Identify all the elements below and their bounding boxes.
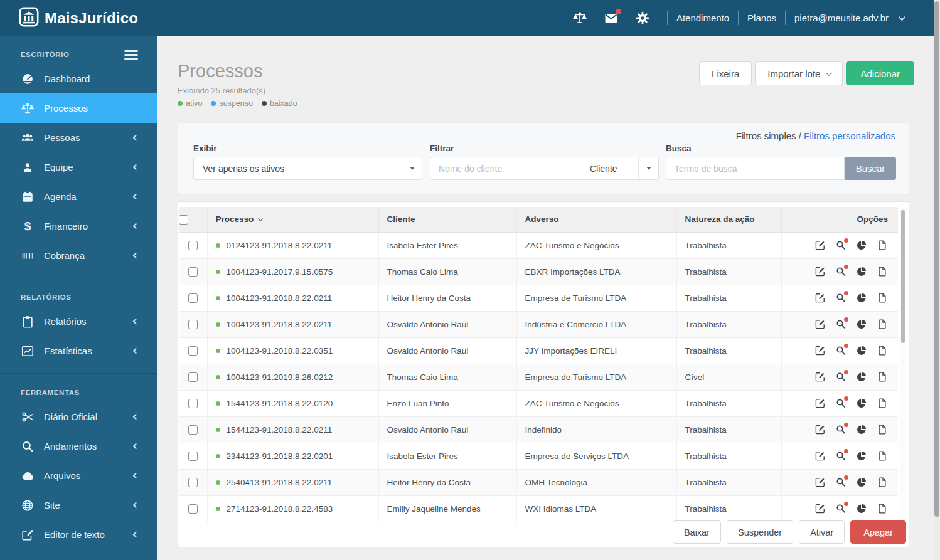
pie-chart-icon[interactable] bbox=[856, 477, 867, 488]
menu-planos[interactable]: Planos bbox=[747, 13, 776, 23]
file-icon[interactable] bbox=[877, 450, 888, 462]
search-term-input[interactable] bbox=[666, 157, 845, 180]
search-icon[interactable] bbox=[835, 266, 847, 277]
edit-icon[interactable] bbox=[814, 398, 826, 409]
file-icon[interactable] bbox=[877, 503, 888, 514]
pie-chart-icon[interactable] bbox=[856, 503, 867, 514]
edit-icon[interactable] bbox=[814, 345, 826, 356]
sidebar-item-cobranca[interactable]: Cobrança bbox=[0, 241, 157, 270]
table-scrollbar-thumb[interactable] bbox=[901, 210, 905, 343]
mail-icon[interactable] bbox=[604, 11, 619, 26]
suspender-button[interactable]: Suspender bbox=[727, 520, 793, 544]
filters-custom-link[interactable]: Filtros personalizados bbox=[804, 130, 895, 141]
search-icon[interactable] bbox=[835, 477, 847, 488]
gear-icon[interactable] bbox=[635, 11, 650, 26]
account-email[interactable]: pietra@meusite.adv.br bbox=[794, 13, 889, 23]
sidebar-item-pessoas[interactable]: Pessoas bbox=[0, 123, 157, 152]
edit-icon[interactable] bbox=[814, 450, 826, 462]
file-icon[interactable] bbox=[877, 477, 888, 488]
pie-chart-icon[interactable] bbox=[856, 240, 867, 251]
sidebar-item-editor-de-texto[interactable]: Editor de texto bbox=[0, 520, 157, 549]
search-icon[interactable] bbox=[835, 345, 847, 356]
table-scrollbar[interactable] bbox=[900, 208, 905, 541]
search-icon[interactable] bbox=[835, 503, 847, 514]
edit-icon[interactable] bbox=[814, 371, 826, 383]
file-icon[interactable] bbox=[877, 371, 888, 383]
apagar-button[interactable]: Apagar bbox=[850, 520, 906, 544]
client-name: Thomas Caio Lima bbox=[387, 372, 458, 382]
pie-chart-icon[interactable] bbox=[856, 266, 867, 277]
search-icon[interactable] bbox=[835, 292, 847, 304]
row-checkbox[interactable] bbox=[188, 372, 198, 382]
pie-chart-icon[interactable] bbox=[856, 345, 867, 356]
row-checkbox[interactable] bbox=[188, 320, 198, 329]
ativar-button[interactable]: Ativar bbox=[799, 520, 845, 544]
sidebar-item-equipe[interactable]: Equipe bbox=[0, 152, 157, 182]
row-checkbox[interactable] bbox=[188, 241, 198, 250]
edit-icon[interactable] bbox=[814, 266, 826, 277]
sidebar-item-financeiro[interactable]: $ Financeiro bbox=[0, 211, 157, 241]
pie-chart-icon[interactable] bbox=[856, 371, 867, 383]
pie-chart-icon[interactable] bbox=[856, 424, 867, 435]
chevron-down-icon[interactable] bbox=[899, 13, 905, 20]
sidebar-item-estatisticas[interactable]: Estatísticas bbox=[0, 336, 157, 366]
sidebar-item-processos[interactable]: Processos bbox=[0, 93, 157, 123]
import-batch-button[interactable]: Importar lote bbox=[755, 61, 843, 85]
search-icon[interactable] bbox=[835, 240, 847, 251]
menu-atendimento[interactable]: Atendimento bbox=[676, 13, 729, 23]
row-checkbox[interactable] bbox=[188, 452, 198, 461]
edit-icon[interactable] bbox=[814, 319, 826, 330]
filters-simple-link[interactable]: Filtros simples bbox=[736, 130, 796, 141]
divider bbox=[738, 11, 739, 25]
edit-icon[interactable] bbox=[814, 240, 826, 251]
column-processo[interactable]: Processo bbox=[207, 207, 378, 232]
menu-collapse-icon[interactable] bbox=[124, 48, 138, 61]
search-button[interactable]: Buscar bbox=[845, 157, 896, 180]
edit-icon[interactable] bbox=[814, 424, 826, 435]
brand-logo[interactable]: MaisJurídico bbox=[19, 7, 138, 29]
edit-icon[interactable] bbox=[814, 292, 826, 304]
sidebar-item-relatorios[interactable]: Relatórios bbox=[0, 307, 157, 336]
edit-icon[interactable] bbox=[814, 503, 826, 514]
sidebar-item-agenda[interactable]: Agenda bbox=[0, 182, 157, 211]
sidebar-item-arquivos[interactable]: Arquivos bbox=[0, 461, 157, 490]
balance-icon[interactable] bbox=[572, 11, 587, 26]
sidebar-item-diario-oficial[interactable]: Diário Oficial bbox=[0, 402, 157, 431]
row-checkbox[interactable] bbox=[188, 399, 198, 408]
page-scrollbar[interactable] bbox=[934, 0, 940, 560]
pie-chart-icon[interactable] bbox=[856, 450, 867, 462]
sidebar-item-andamentos[interactable]: Andamentos bbox=[0, 431, 157, 461]
pie-chart-icon[interactable] bbox=[856, 319, 867, 330]
file-icon[interactable] bbox=[877, 345, 888, 356]
page-scrollbar-thumb[interactable] bbox=[934, 1, 939, 517]
row-checkbox[interactable] bbox=[188, 425, 198, 435]
pie-chart-icon[interactable] bbox=[856, 398, 867, 409]
pie-chart-icon[interactable] bbox=[856, 292, 867, 304]
file-icon[interactable] bbox=[877, 398, 888, 409]
client-name-input[interactable] bbox=[430, 157, 582, 180]
filter-type-select[interactable]: Cliente bbox=[581, 157, 659, 180]
select-all-checkbox[interactable] bbox=[179, 215, 188, 225]
search-icon[interactable] bbox=[835, 371, 847, 383]
row-checkbox[interactable] bbox=[188, 504, 198, 514]
search-icon[interactable] bbox=[835, 319, 847, 330]
file-icon[interactable] bbox=[877, 424, 888, 435]
search-icon[interactable] bbox=[835, 450, 847, 462]
search-icon[interactable] bbox=[835, 398, 847, 409]
sidebar-item-dashboard[interactable]: Dashboard bbox=[0, 64, 157, 93]
file-icon[interactable] bbox=[877, 319, 888, 330]
file-icon[interactable] bbox=[877, 266, 888, 277]
file-icon[interactable] bbox=[877, 240, 888, 251]
edit-icon[interactable] bbox=[814, 477, 826, 488]
row-checkbox[interactable] bbox=[188, 293, 198, 303]
row-checkbox[interactable] bbox=[188, 267, 198, 277]
file-icon[interactable] bbox=[877, 292, 888, 304]
row-checkbox[interactable] bbox=[188, 478, 198, 487]
trash-button[interactable]: Lixeira bbox=[699, 61, 752, 85]
sidebar-item-site[interactable]: Site bbox=[0, 490, 157, 520]
exibir-select[interactable]: Ver apenas os ativos bbox=[193, 157, 422, 180]
search-icon[interactable] bbox=[835, 424, 847, 435]
row-checkbox[interactable] bbox=[188, 346, 198, 356]
add-button[interactable]: Adicionar bbox=[846, 61, 914, 85]
baixar-button[interactable]: Baixar bbox=[673, 520, 721, 544]
